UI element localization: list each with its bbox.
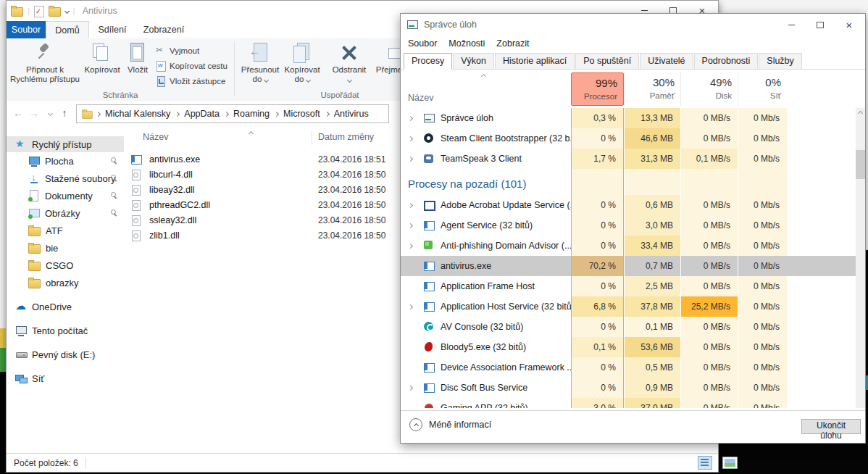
process-group-header[interactable]: Procesy na pozadí (101) — [401, 169, 856, 195]
sidebar-item-atf[interactable]: ATF — [7, 222, 124, 239]
menu-soubor[interactable]: Soubor — [408, 38, 437, 49]
recent-locations-caret-icon[interactable] — [43, 105, 57, 121]
forward-button[interactable]: → — [27, 105, 41, 121]
explorer-tab-soubor[interactable]: Soubor — [7, 21, 46, 38]
sidebar-item-onedrive[interactable]: OneDrive — [7, 298, 124, 315]
address-bar[interactable]: Michal KalenskyAppDataRoamingMicrosoftAn… — [76, 104, 389, 123]
expand-chevron-icon[interactable] — [401, 117, 423, 120]
process-row[interactable]: AV Console (32 bitů)0 %0,1 MB0 MB/s0 Mb/… — [401, 317, 856, 337]
expand-chevron-icon[interactable] — [401, 305, 423, 309]
sidebar-item-obrazky[interactable]: obrazky — [7, 274, 124, 291]
process-row[interactable]: Agent Service (32 bitů)0 %3,0 MB0 MB/s0 … — [401, 215, 856, 236]
copy-to-button[interactable]: Kopírovat do — [282, 41, 322, 88]
expand-chevron-icon[interactable] — [401, 244, 423, 248]
sidebar-item-plocha[interactable]: Plocha — [7, 152, 124, 170]
menu-zobrazit[interactable]: Zobrazit — [496, 38, 529, 49]
copy-path-button[interactable]: Kopírovat cestu — [156, 58, 233, 73]
scrollbar-thumb[interactable] — [856, 150, 865, 179]
taskmgr-tab-historie-aplikac-[interactable]: Historie aplikací — [495, 53, 575, 69]
process-row[interactable]: Device Association Framework ...0 %0,5 M… — [401, 357, 856, 378]
disk-value-cell: 0 MB/s — [680, 378, 738, 398]
sidebar-item-pevn-disk-e-[interactable]: Pevný disk (E:) — [7, 346, 124, 363]
delete-button[interactable]: Odstranit — [328, 41, 370, 88]
sidebar-item-tento-po-ta-[interactable]: Tento počítač — [7, 322, 124, 339]
menu-možnosti[interactable]: Možnosti — [448, 38, 485, 49]
process-row[interactable]: Adobe Acrobat Update Service (...0 %0,6 … — [401, 195, 856, 215]
sidebar-item-csgo[interactable]: CSGO — [7, 257, 124, 274]
move-to-button[interactable]: Přesunout do — [240, 41, 280, 88]
paste-button[interactable]: Vložit — [122, 41, 153, 88]
breadcrumb-segment[interactable]: Roaming — [231, 109, 272, 119]
breadcrumb-segment[interactable]: Antivirus — [332, 109, 371, 119]
close-button[interactable]: × — [835, 14, 864, 36]
taskmgr-tab-v-kon[interactable]: Výkon — [453, 53, 494, 69]
process-row[interactable]: Application Host Service (32 bitů)6,8 %3… — [401, 296, 856, 317]
sidebar-item-dokumenty[interactable]: Dokumenty — [7, 187, 124, 204]
explorer-tab-sdílení[interactable]: Sdílení — [89, 21, 135, 38]
cpu-value-cell: 1,7 % — [571, 149, 624, 169]
explorer-tab-domů[interactable]: Domů — [46, 21, 89, 39]
column-header-name[interactable]: Název — [408, 93, 433, 103]
maximize-button[interactable] — [806, 14, 835, 36]
qat-customize-caret-icon[interactable] — [64, 8, 70, 13]
minimize-button[interactable] — [777, 14, 806, 36]
taskmgr-tab-slu-by[interactable]: Služby — [759, 53, 802, 69]
process-row[interactable]: Steam Client Bootstrapper (32 b...0 %46,… — [401, 128, 856, 149]
breadcrumb-segment[interactable]: Microsoft — [281, 109, 322, 119]
mem-value-cell: 46,6 MB — [624, 128, 680, 149]
explorer-tab-zobrazení[interactable]: Zobrazení — [135, 21, 192, 38]
back-button[interactable]: ← — [11, 105, 25, 121]
file-date-modified: 23.04.2016 18:50 — [318, 185, 385, 195]
cut-button[interactable]: Vyjmout — [156, 43, 233, 58]
fewer-details-button[interactable]: Méně informací — [409, 418, 491, 431]
taskmgr-tab-u-ivatel-[interactable]: Uživatelé — [640, 53, 693, 69]
process-row[interactable]: TeamSpeak 3 Client1,7 %31,3 MB0,1 MB/s0 … — [401, 149, 856, 169]
expand-chevron-icon[interactable] — [401, 204, 423, 207]
column-divider[interactable] — [312, 130, 312, 145]
sidebar-item-sta-en-soubory[interactable]: Stažené soubory — [7, 170, 124, 187]
process-row[interactable]: antivirus.exe70,2 %0,7 MB0 MB/s0 Mb/s — [401, 256, 856, 276]
column-header-net[interactable]: 0%Síť — [738, 72, 787, 106]
column-header-date[interactable]: Datum změny — [318, 132, 374, 142]
copy-button[interactable]: Kopírovat — [83, 41, 121, 88]
net-value-cell: 0 Mb/s — [738, 128, 787, 149]
qat-new-folder-icon[interactable] — [49, 7, 61, 17]
scrollbar[interactable] — [856, 108, 865, 408]
maximize-icon — [817, 22, 824, 28]
expand-chevron-icon[interactable] — [401, 137, 423, 141]
column-header-cpu[interactable]: 99%Procesor — [571, 72, 624, 106]
column-header-disk[interactable]: 49%Disk — [680, 72, 738, 106]
pin-to-quick-access-button[interactable]: Připnout k Rychlému přístupu — [9, 41, 80, 88]
expand-chevron-icon[interactable] — [401, 386, 423, 390]
thumbnail-view-button[interactable] — [722, 457, 738, 469]
breadcrumb-segment[interactable]: Michal Kalensky — [103, 109, 172, 119]
up-button[interactable]: ↑ — [57, 105, 72, 121]
process-row[interactable]: Gaming APP (32 bitů)3,0 %37,0 MB0 MB/s0 … — [401, 398, 856, 408]
taskmgr-tab-po-spu-t-n-[interactable]: Po spuštění — [575, 53, 639, 69]
scroll-up-icon[interactable] — [856, 108, 865, 118]
taskmgr-tab-procesy[interactable]: Procesy — [404, 53, 452, 70]
expand-chevron-icon[interactable] — [401, 224, 423, 228]
process-row[interactable]: Bloody5.exe (32 bitů)0,1 %53,6 MB0 MB/s0… — [401, 337, 856, 357]
details-view-button[interactable] — [698, 456, 712, 470]
qat-properties-icon[interactable] — [34, 6, 44, 17]
sidebar-item-s-[interactable]: Síť — [7, 370, 124, 387]
process-row[interactable]: Application Frame Host0 %2,5 MB0 MB/s0 M… — [401, 276, 856, 296]
disk-value-cell: 0 MB/s — [680, 276, 738, 296]
process-row[interactable]: Anti-phishing Domain Advisor (...0 %33,4… — [401, 236, 856, 256]
desktop: | | Antivirus × SouborDomůSdíleníZobraze… — [0, 0, 868, 474]
column-header-name[interactable]: Název — [143, 132, 168, 142]
process-row[interactable]: Správce úloh0,3 %13,3 MB0 MB/s0 Mb/s — [401, 108, 856, 128]
sidebar-item-rychl-p-stup[interactable]: Rychlý přístup — [7, 136, 124, 152]
sidebar-item-bie[interactable]: bie — [7, 239, 124, 257]
column-header-mem[interactable]: 30%Paměť — [624, 72, 680, 106]
process-row[interactable]: Disc Soft Bus Service0 %0,9 MB0 MB/s0 Mb… — [401, 378, 856, 398]
paste-shortcut-button[interactable]: Vložit zástupce — [156, 73, 233, 88]
breadcrumb-segment[interactable]: AppData — [182, 109, 222, 119]
sidebar-item-obr-zky[interactable]: Obrázky — [7, 204, 124, 222]
taskmgr-tab-podrobnosti[interactable]: Podrobnosti — [694, 53, 759, 69]
mem-value-cell: 0,7 MB — [624, 256, 680, 276]
end-task-button[interactable]: Ukončit úlohu — [801, 419, 861, 434]
process-name-cell: Procesy na pozadí (101) — [401, 169, 571, 195]
expand-chevron-icon[interactable] — [401, 157, 423, 161]
